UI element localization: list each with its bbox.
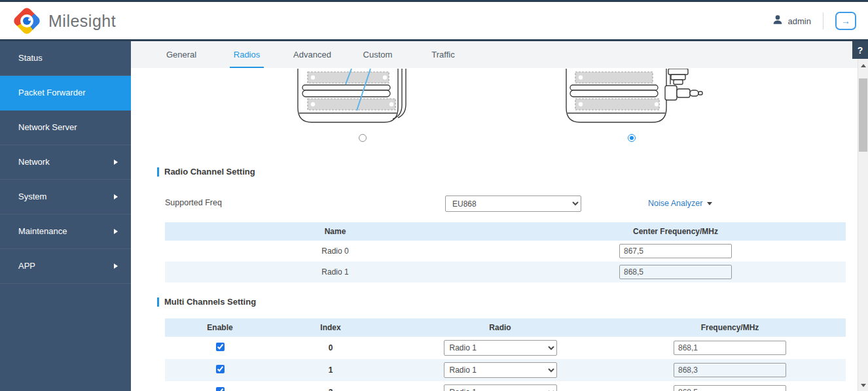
scroll-up-button[interactable]	[861, 64, 866, 67]
sidebar-item-network-server[interactable]: Network Server	[0, 110, 131, 145]
radio-select-1[interactable]: Radio 1	[444, 362, 557, 378]
brand: Milesight	[13, 7, 116, 35]
chevron-right-icon	[114, 264, 118, 269]
scroll-down-button[interactable]	[861, 384, 866, 387]
center-frequency-input-radio-0[interactable]	[619, 244, 732, 258]
sidebar-item-label: Status	[18, 53, 43, 63]
gateway-external-antenna-image	[560, 69, 707, 131]
user-menu[interactable]: admin	[772, 14, 811, 28]
channel-index: 1	[275, 366, 386, 375]
sidebar-item-system[interactable]: System	[0, 180, 131, 214]
sidebar-item-label: System	[18, 192, 46, 201]
sidebar-item-label: APP	[18, 261, 35, 271]
tab-label: General	[166, 50, 196, 60]
noise-analyzer-label: Noise Analyzer	[648, 199, 702, 208]
frequency-input-2[interactable]	[674, 385, 786, 391]
section-title-text: Radio Channel Setting	[164, 167, 255, 177]
tab-traffic[interactable]: Traffic	[410, 41, 476, 68]
multi-channels-setting-title: Multi Channels Setting	[157, 297, 256, 307]
caret-down-icon	[707, 202, 712, 205]
radio-name: Radio 1	[165, 267, 505, 277]
section-accent-bar	[157, 298, 159, 307]
chevron-right-icon	[114, 160, 118, 165]
enable-checkbox-0[interactable]	[216, 343, 225, 351]
frequency-input-1[interactable]	[674, 363, 786, 377]
tab-custom[interactable]: Custom	[345, 41, 410, 68]
multi-channels-table-header: Enable Index Radio Frequency/MHz	[165, 318, 846, 337]
active-tab-underline	[230, 67, 264, 68]
tab-advanced[interactable]: Advanced	[280, 41, 345, 68]
question-mark-icon: ?	[858, 45, 863, 56]
sidebar-item-label: Packet Forwarder	[18, 88, 86, 97]
column-header-frequency: Frequency/MHz	[614, 323, 846, 332]
channel-row-0: 0 Radio 1	[165, 337, 846, 359]
radio-select-0[interactable]: Radio 1	[444, 340, 557, 356]
frequency-input-0[interactable]	[674, 341, 786, 355]
enable-checkbox-1[interactable]	[216, 365, 225, 373]
chevron-right-icon	[114, 194, 118, 199]
center-frequency-input-radio-1[interactable]	[619, 265, 732, 279]
channel-index: 0	[275, 343, 386, 352]
radio-channel-setting-title: Radio Channel Setting	[157, 167, 255, 177]
sidebar-item-packet-forwarder[interactable]: Packet Forwarder	[0, 76, 131, 110]
enable-checkbox-2[interactable]	[216, 387, 225, 391]
sidebar-item-network[interactable]: Network	[0, 145, 131, 180]
table-row-radio-1: Radio 1	[165, 262, 846, 282]
gateway-internal-antenna-image	[288, 69, 419, 131]
column-header-center-frequency: Center Frequency/MHz	[505, 227, 846, 236]
sidebar-item-app[interactable]: APP	[0, 249, 131, 284]
sidebar-item-label: Network Server	[18, 122, 77, 132]
header-divider	[823, 12, 823, 29]
user-name: admin	[788, 16, 811, 26]
tab-label: Traffic	[431, 50, 454, 60]
main-content: General Radios Advanced Custom Traffic	[131, 41, 858, 391]
tab-general[interactable]: General	[149, 41, 214, 68]
tab-radios[interactable]: Radios	[214, 41, 280, 68]
milesight-logo-icon	[13, 7, 41, 35]
sidebar-item-status[interactable]: Status	[0, 41, 131, 76]
channel-row-2: 2 Radio 1	[165, 381, 846, 391]
column-header-name: Name	[165, 227, 505, 236]
noise-analyzer-link[interactable]: Noise Analyzer	[648, 199, 712, 208]
sidebar: Status Packet Forwarder Network Server N…	[0, 41, 131, 391]
radio-table: Name Center Frequency/MHz Radio 0 Radio …	[165, 222, 846, 282]
tab-label: Radios	[234, 50, 260, 60]
channel-index: 2	[275, 388, 386, 391]
section-title-text: Multi Channels Setting	[164, 297, 256, 307]
radio-select-2[interactable]: Radio 1	[444, 384, 557, 391]
help-button[interactable]: ?	[852, 41, 868, 59]
supported-freq-label: Supported Freq	[165, 198, 222, 207]
logo-glint-shape	[28, 18, 31, 21]
antenna-option-radio-external[interactable]	[628, 134, 636, 142]
tab-label: Custom	[363, 50, 393, 60]
radio-name: Radio 0	[165, 246, 505, 256]
scrollbar-track[interactable]	[858, 59, 868, 391]
logout-icon: →	[841, 16, 850, 26]
app-header: Milesight admin →	[0, 2, 868, 39]
tab-bar: General Radios Advanced Custom Traffic	[131, 41, 858, 68]
column-header-radio: Radio	[386, 323, 614, 332]
sidebar-item-label: Maintenance	[18, 226, 67, 236]
scrollbar-thumb[interactable]	[859, 78, 867, 152]
table-row-radio-0: Radio 0	[165, 241, 846, 262]
logout-button[interactable]: →	[835, 12, 856, 30]
column-header-enable: Enable	[165, 323, 275, 332]
chevron-right-icon	[114, 229, 118, 234]
supported-freq-select[interactable]: EU868	[445, 196, 581, 212]
tab-label: Advanced	[293, 50, 331, 60]
sidebar-item-maintenance[interactable]: Maintenance	[0, 214, 131, 249]
radio-table-header: Name Center Frequency/MHz	[165, 222, 846, 241]
section-accent-bar	[157, 167, 159, 177]
multi-channels-table: Enable Index Radio Frequency/MHz 0 Radio…	[165, 318, 846, 391]
user-icon	[772, 14, 784, 28]
brand-name: Milesight	[48, 12, 116, 31]
channel-row-1: 1 Radio 1	[165, 359, 846, 381]
column-header-index: Index	[275, 323, 386, 332]
antenna-option-radio-internal[interactable]	[359, 134, 367, 142]
sidebar-item-label: Network	[18, 157, 50, 167]
